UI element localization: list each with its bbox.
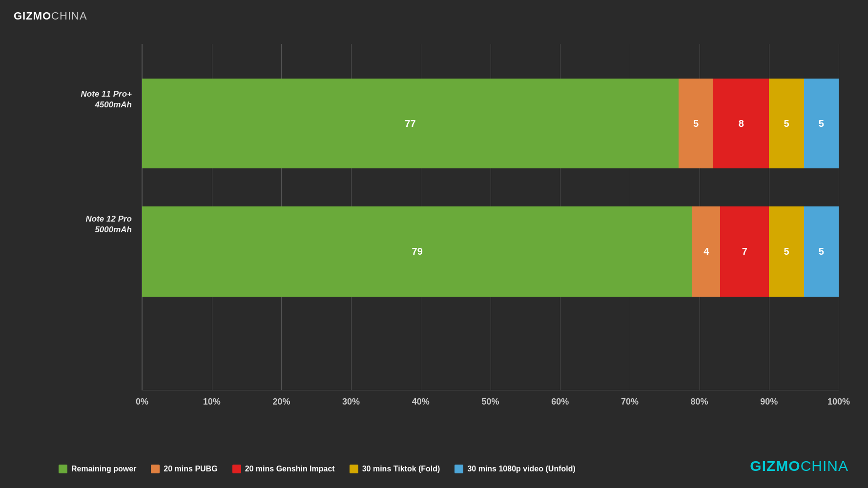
legend-label-pubg: 20 mins PUBG xyxy=(164,465,217,473)
bar-segment-0-red: 8 xyxy=(713,79,769,168)
bar-row-0: 77 5 8 5 5 xyxy=(142,79,839,168)
x-label-50: 50% xyxy=(481,397,499,407)
x-label-90: 90% xyxy=(760,397,778,407)
bar-segment-1-red: 7 xyxy=(720,206,769,296)
y-label-0: Note 11 Pro+4500mAh xyxy=(81,89,132,110)
legend-item-genshin: 20 mins Genshin Impact xyxy=(232,465,335,473)
logo-bottom-brand: GIZMO xyxy=(750,458,800,474)
logo-brand: GIZMO xyxy=(14,10,51,22)
bar-segment-0-blue: 5 xyxy=(804,79,839,168)
chart-plot-area: 77 5 8 5 5 79 4 7 5 5 0% 10% 20% 30% 40%… xyxy=(142,44,839,390)
y-label-1: Note 12 Pro5000mAh xyxy=(86,214,132,235)
bar-segment-0-yellow: 5 xyxy=(769,79,804,168)
legend-color-red xyxy=(232,465,241,473)
legend-color-blue xyxy=(455,465,463,473)
y-axis-labels: Note 11 Pro+4500mAh Note 12 Pro5000mAh xyxy=(59,44,142,390)
logo-suffix: CHINA xyxy=(51,10,87,22)
chart-container: Note 11 Pro+4500mAh Note 12 Pro5000mAh 7… xyxy=(59,44,839,420)
bar-segment-1-orange: 4 xyxy=(692,206,720,296)
x-label-0: 0% xyxy=(136,397,148,407)
x-label-40: 40% xyxy=(412,397,430,407)
legend-item-tiktok: 30 mins Tiktok (Fold) xyxy=(350,465,440,473)
logo-bottom: GIZMOCHINA xyxy=(750,458,848,474)
bar-segment-1-yellow: 5 xyxy=(769,206,804,296)
grid-line-100 xyxy=(839,44,839,390)
legend-item-video: 30 mins 1080p video (Unfold) xyxy=(455,465,575,473)
bar-segment-1-blue: 5 xyxy=(804,206,839,296)
legend-label-genshin: 20 mins Genshin Impact xyxy=(245,465,335,473)
bar-segment-1-green: 79 xyxy=(142,206,692,296)
x-label-30: 30% xyxy=(342,397,360,407)
legend-color-yellow xyxy=(350,465,358,473)
legend-item-pubg: 20 mins PUBG xyxy=(151,465,217,473)
x-label-70: 70% xyxy=(621,397,639,407)
legend-label-tiktok: 30 mins Tiktok (Fold) xyxy=(362,465,440,473)
bar-segment-0-green: 77 xyxy=(142,79,679,168)
bar-row-1: 79 4 7 5 5 xyxy=(142,206,839,296)
x-label-10: 10% xyxy=(203,397,221,407)
chart-legend: Remaining power 20 mins PUBG 20 mins Gen… xyxy=(59,465,576,473)
x-label-20: 20% xyxy=(272,397,290,407)
bar-segment-0-orange: 5 xyxy=(679,79,713,168)
legend-label-remaining: Remaining power xyxy=(71,465,136,473)
logo-top: GIZMOCHINA xyxy=(14,10,87,22)
legend-color-orange xyxy=(151,465,160,473)
x-label-100: 100% xyxy=(827,397,850,407)
legend-item-remaining: Remaining power xyxy=(59,465,136,473)
legend-label-video: 30 mins 1080p video (Unfold) xyxy=(467,465,575,473)
legend-color-green xyxy=(59,465,67,473)
logo-bottom-suffix: CHINA xyxy=(801,458,848,474)
x-label-60: 60% xyxy=(551,397,569,407)
x-label-80: 80% xyxy=(691,397,708,407)
